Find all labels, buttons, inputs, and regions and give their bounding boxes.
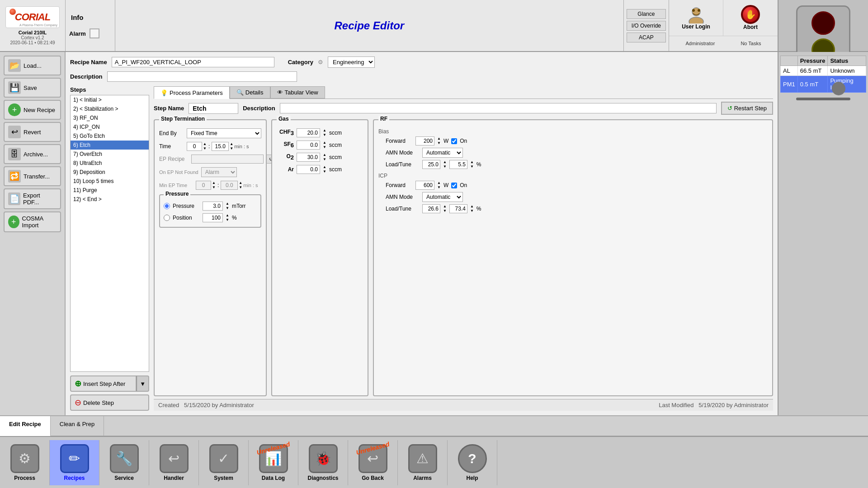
icon-bar-diagnostics[interactable]: 🐞 Diagnostics xyxy=(298,440,348,485)
ar-input[interactable] xyxy=(297,165,320,174)
pressure-value-input[interactable] xyxy=(203,202,223,211)
min-ep-sec-input[interactable] xyxy=(221,181,238,190)
glance-button[interactable]: Glance xyxy=(627,9,666,19)
time-sec-input[interactable] xyxy=(212,142,229,151)
tab-process-params[interactable]: 💡 Process Parameters xyxy=(154,86,230,99)
icon-bar-system[interactable]: ✓ System xyxy=(199,440,249,485)
bias-on-checkbox[interactable] xyxy=(451,138,457,144)
archive-button[interactable]: 🗄 Archive... xyxy=(4,144,61,164)
bias-lt-load-input[interactable] xyxy=(422,160,440,169)
delete-step-button[interactable]: ⊖ Delete Step xyxy=(70,394,149,411)
tab-edit-recipe[interactable]: Edit Recipe xyxy=(0,416,51,436)
tab-tabular[interactable]: 👁 Tabular View xyxy=(270,86,325,99)
diagnostics-label: Diagnostics xyxy=(307,475,338,481)
diagnostics-icon: 🐞 xyxy=(309,444,338,473)
cosma-import-button[interactable]: + COSMA Import xyxy=(4,211,61,232)
chf3-input[interactable] xyxy=(297,128,320,137)
new-recipe-button[interactable]: + New Recipe xyxy=(4,100,61,120)
acap-button[interactable]: ACAP xyxy=(627,33,666,42)
step-item-end[interactable]: 12) < End > xyxy=(71,195,149,204)
transfer-button[interactable]: 🔁 Transfer... xyxy=(4,166,61,186)
min-ep-time-label: Min EP Time xyxy=(159,183,193,188)
icp-lt-tune-input[interactable] xyxy=(449,204,467,213)
datalog-icon: 📊 xyxy=(259,444,288,473)
step-item-etch[interactable]: 6) Etch xyxy=(71,141,149,150)
category-select[interactable]: Engineering xyxy=(328,56,375,68)
step-item-deposition[interactable]: 9) Deposition xyxy=(71,168,149,177)
no-tasks: No Tasks xyxy=(741,41,761,46)
icon-bar-process[interactable]: ⚙ Process xyxy=(0,440,50,485)
bias-on-label: On xyxy=(460,138,467,144)
gear-icon: ⚙ xyxy=(318,59,323,66)
io-override-button[interactable]: I/O Override xyxy=(627,21,666,31)
end-by-select[interactable]: Fixed Time Endpoint Manual xyxy=(187,128,261,138)
sf6-input[interactable] xyxy=(297,141,320,150)
user-icon xyxy=(687,5,705,23)
position-radio[interactable] xyxy=(164,215,170,221)
icon-bar-datalog[interactable]: 📊 Data Log Unreleased xyxy=(249,440,298,485)
restart-step-button[interactable]: ↺ Restart Step xyxy=(721,102,773,115)
recipe-name-input[interactable] xyxy=(112,57,274,67)
step-name-label: Step Name xyxy=(154,105,184,112)
gas-title: Gas xyxy=(277,116,291,122)
tab-clean-prep[interactable]: Clean & Prep xyxy=(51,416,104,436)
min-ep-min-input[interactable] xyxy=(196,181,211,190)
step-item-ultraetch[interactable]: 8) UltraEtch xyxy=(71,159,149,168)
step-item-loop[interactable]: 10) Loop 5 times xyxy=(71,177,149,186)
bias-lt-tune-input[interactable] xyxy=(449,160,467,169)
export-pdf-button[interactable]: 📄 Export PDF... xyxy=(4,188,61,209)
icp-amn-select[interactable]: Automatic Manual xyxy=(422,192,463,202)
bias-amn-label: AMN Mode xyxy=(386,150,420,156)
rf-title: RF xyxy=(378,116,389,122)
description-input[interactable] xyxy=(107,71,297,82)
abort-button[interactable]: ✋ Abort xyxy=(723,0,778,36)
icp-forward-input[interactable] xyxy=(415,181,434,190)
step-item-purge[interactable]: 11) Purge xyxy=(71,186,149,195)
save-button[interactable]: 💾 Save xyxy=(4,78,61,98)
icp-lt-load-input[interactable] xyxy=(422,204,440,213)
load-button[interactable]: 📂 Load... xyxy=(4,56,61,75)
step-item-overetch[interactable]: 7) OverEtch xyxy=(71,150,149,159)
icp-section: ICP Forward ▲▼ W On xyxy=(378,173,768,213)
time-min-input[interactable] xyxy=(187,142,202,151)
step-item-goto-etch[interactable]: 5) GoTo Etch xyxy=(71,131,149,141)
bias-forward-input[interactable] xyxy=(415,136,434,145)
recipe-editor-title: Recipe Editor xyxy=(334,19,404,32)
end-by-label: End By xyxy=(159,130,184,136)
user-login-button[interactable]: User Login xyxy=(669,0,723,36)
icp-on-checkbox[interactable] xyxy=(451,183,457,188)
last-modified-value: 5/19/2020 by Administrator xyxy=(698,402,769,408)
ep-recipe-label: EP Recipe xyxy=(159,156,189,162)
icon-bar-service[interactable]: 🔧 Service xyxy=(99,440,149,485)
icon-bar-handler[interactable]: ↩ Handler xyxy=(149,440,199,485)
icon-bar-goback[interactable]: ↩ Go Back Unreleased xyxy=(348,440,398,485)
pressure-radio[interactable] xyxy=(164,203,170,209)
bulb-icon: 💡 xyxy=(160,89,168,96)
bias-amn-select[interactable]: Automatic Manual xyxy=(422,148,463,158)
icp-forward-unit: W xyxy=(443,182,448,188)
app-datetime: 2020-06-11 • 08:21:49 xyxy=(10,40,55,45)
user-login-label: User Login xyxy=(682,23,710,30)
step-desc-input[interactable] xyxy=(280,103,717,113)
icon-bar-alarms[interactable]: ⚠ Alarms xyxy=(398,440,448,485)
icon-bar-help[interactable]: ? Help xyxy=(448,440,497,485)
abort-label: Abort xyxy=(743,24,758,30)
export-pdf-label: Export PDF... xyxy=(23,192,57,206)
position-value-input[interactable] xyxy=(203,213,223,222)
insert-step-button[interactable]: ⊕ Insert Step After xyxy=(70,375,137,392)
step-item-stabilization[interactable]: 2) < Stabilization > xyxy=(71,104,149,113)
step-name-input[interactable] xyxy=(189,103,238,114)
step-item-icp-on[interactable]: 4) ICP_ON xyxy=(71,122,149,131)
on-ep-not-found-select[interactable]: Alarm Continue Abort xyxy=(201,167,237,177)
step-item-initial[interactable]: 1) < Initial > xyxy=(71,95,149,104)
revert-button[interactable]: ↩ Revert xyxy=(4,122,61,142)
step-item-rf-on[interactable]: 3) RF_ON xyxy=(71,113,149,122)
icon-bar-recipes[interactable]: ✏ Recipes xyxy=(50,440,99,485)
logo-text: CORIAL xyxy=(15,11,50,23)
info-button[interactable]: Info xyxy=(69,13,111,22)
tab-details[interactable]: 🔍 Details xyxy=(230,86,270,99)
alarms-icon: ⚠ xyxy=(408,444,437,473)
ep-recipe-input[interactable] xyxy=(191,155,264,164)
insert-step-dropdown[interactable]: ▼ xyxy=(137,375,149,392)
o2-input[interactable] xyxy=(297,153,320,162)
